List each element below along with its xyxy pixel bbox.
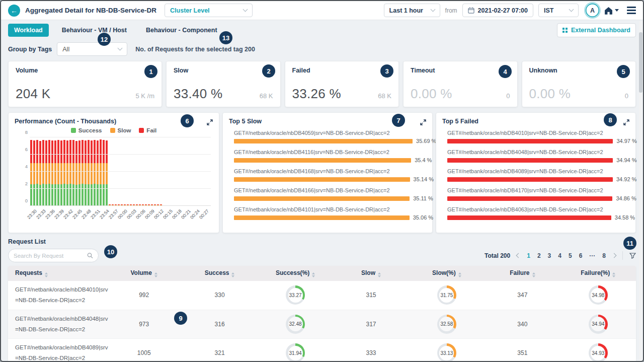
column-header-failure[interactable]: Failure(%): [560, 269, 636, 277]
top5-item[interactable]: GET#/netbank/oracle/nbDB4089|srv=NB-DB-S…: [447, 168, 627, 182]
scrollbar[interactable]: [639, 21, 642, 360]
column-header-requests[interactable]: Requests: [8, 269, 106, 277]
top5-item[interactable]: GET#/netbank/oracle/nbDB4048|srv=NB-DB-S…: [447, 149, 627, 163]
avatar[interactable]: A: [586, 4, 599, 17]
scrollbar-thumb[interactable]: [639, 32, 642, 93]
column-header-success[interactable]: Success: [182, 269, 257, 277]
donut-gauge: 31.75: [437, 285, 456, 305]
expand-icon[interactable]: [207, 118, 213, 127]
bar-segment-fail: [33, 140, 35, 163]
y-axis-tick: 4: [19, 164, 28, 169]
table-row[interactable]: GET#/netbank/oracle/nbDB4048|srv=NB-DB-S…: [8, 310, 636, 339]
column-header-volume[interactable]: Volume: [106, 269, 182, 277]
next-page-arrow[interactable]: [612, 253, 617, 258]
sort-icon[interactable]: [532, 272, 535, 277]
kpi-value: 33.26 %: [292, 86, 342, 102]
chevron-down-icon: [243, 7, 248, 12]
x-axis-tick: 00:27: [202, 207, 211, 224]
page-number[interactable]: 1: [527, 252, 530, 259]
gridline: [30, 205, 211, 206]
column-header-success[interactable]: Success(%): [258, 269, 333, 277]
bar-segment-slow: [72, 163, 74, 184]
group-by-tags-select[interactable]: All: [57, 42, 127, 56]
top5-item[interactable]: GET#/netbank/oracle/nbDB4059|srv=NB-DB-S…: [234, 130, 424, 144]
bar-segment-success: [106, 184, 108, 206]
tab-workload[interactable]: Workload: [8, 24, 49, 37]
tab-behaviour-vm-host[interactable]: Behaviour - VM / Host: [56, 24, 133, 37]
time-range-select[interactable]: Last 1 hour: [384, 4, 440, 17]
top5-item-label: GET#/netbank/oracle/nbDB4048|srv=NB-DB-S…: [447, 149, 627, 155]
kpi-sub-value: 68 K: [260, 92, 273, 100]
sort-icon[interactable]: [231, 272, 234, 277]
stacked-bar: [145, 137, 147, 206]
page-number[interactable]: 6: [579, 252, 583, 259]
request-name[interactable]: GET#/netbank/oracle/nbDB4010|srv=NB-DB-S…: [8, 281, 106, 310]
menu-icon[interactable]: [627, 7, 636, 14]
top5-item[interactable]: GET#/netbank/oracle/nbDB4101|srv=NB-DB-S…: [234, 206, 424, 221]
donut-gauge: 34.98: [589, 285, 608, 305]
stacked-bar: [112, 137, 114, 206]
prev-page-arrow[interactable]: [516, 253, 521, 258]
bar-segment-success: [100, 184, 102, 206]
top5-item[interactable]: GET#/netbank/oracle/nbDB4166|srv=NB-DB-S…: [234, 187, 424, 201]
sort-icon[interactable]: [458, 272, 461, 277]
bar-segment-fail: [51, 140, 53, 163]
expand-icon[interactable]: [623, 118, 629, 127]
top5-item[interactable]: GET#/netbank/oracle/nbDB4010|srv=NB-DB-S…: [447, 130, 627, 144]
top5-item[interactable]: GET#/netbank/oracle/nbDB4168|srv=NB-DB-S…: [234, 168, 424, 182]
request-name[interactable]: GET#/netbank/oracle/nbDB4089|srv=NB-DB-S…: [8, 339, 106, 362]
stacked-bar: [136, 137, 138, 206]
sort-icon[interactable]: [154, 272, 157, 277]
callout-badge-10: 10: [104, 245, 117, 258]
slow-value: 333: [333, 349, 409, 356]
bar-segment-slow: [85, 163, 87, 184]
timezone-select[interactable]: IST: [538, 4, 579, 17]
stacked-bar: [139, 137, 141, 206]
bar-segment-success: [51, 184, 53, 206]
top5-item[interactable]: GET#/netbank/oracle/nbDB4170|srv=NB-DB-S…: [447, 187, 627, 201]
middle-panels: Performance (Count - Thousands) SuccessS…: [8, 112, 636, 233]
table-row[interactable]: GET#/netbank/oracle/nbDB4010|srv=NB-DB-S…: [8, 281, 636, 310]
top5-bar-row: 35.11 %: [234, 195, 424, 201]
sort-icon[interactable]: [378, 272, 381, 277]
table-row[interactable]: GET#/netbank/oracle/nbDB4089|srv=NB-DB-S…: [8, 339, 636, 362]
date-value: 2021-02-27 07:00: [478, 7, 528, 14]
column-header-slow[interactable]: Slow: [333, 269, 409, 277]
chevron-down-icon: [118, 46, 123, 51]
stacked-bar: [103, 137, 105, 206]
bar-segment-success: [69, 184, 71, 206]
top5-item[interactable]: GET#/netbank/oracle/nbDB4116|srv=NB-DB-S…: [234, 149, 424, 163]
stacked-bar: [91, 137, 93, 206]
gridline: [30, 171, 211, 172]
filter-icon[interactable]: [629, 253, 636, 259]
bar-segment-slow: [48, 163, 50, 184]
bar-segment-slow: [78, 163, 80, 184]
top5-item[interactable]: GET#/netbank/oracle/nbDB4063|srv=NB-DB-S…: [447, 206, 627, 221]
stacked-bar: [184, 137, 186, 206]
stacked-bar: [193, 137, 195, 206]
column-header-slow[interactable]: Slow(%): [409, 269, 485, 277]
column-header-failure[interactable]: Failure: [485, 269, 560, 277]
expand-icon[interactable]: [420, 118, 426, 127]
home-menu[interactable]: [604, 7, 619, 15]
page-number[interactable]: 3: [548, 252, 551, 259]
page-number[interactable]: 4: [558, 252, 561, 259]
date-picker[interactable]: 2021-02-27 07:00: [462, 4, 533, 17]
sort-icon[interactable]: [45, 272, 48, 277]
cluster-level-select[interactable]: Cluster Level: [165, 4, 253, 17]
sort-icon[interactable]: [612, 272, 615, 277]
external-dashboard-button[interactable]: External Dashboard: [557, 23, 636, 37]
page-number[interactable]: 2: [537, 252, 541, 259]
time-range-value: Last 1 hour: [389, 7, 423, 14]
search-input[interactable]: [14, 253, 87, 259]
request-name[interactable]: GET#/netbank/oracle/nbDB4048|srv=NB-DB-S…: [8, 310, 106, 339]
stacked-bar: [33, 137, 35, 206]
bar-segment-slow: [75, 163, 77, 185]
gridline: [30, 137, 211, 137]
page-number[interactable]: 8: [602, 252, 606, 259]
page-number[interactable]: 5: [569, 252, 572, 259]
stacked-bar: [148, 137, 150, 206]
back-button[interactable]: ←: [8, 5, 20, 17]
tab-behaviour-component[interactable]: Behaviour - Component: [140, 24, 223, 37]
sort-icon[interactable]: [312, 272, 315, 277]
